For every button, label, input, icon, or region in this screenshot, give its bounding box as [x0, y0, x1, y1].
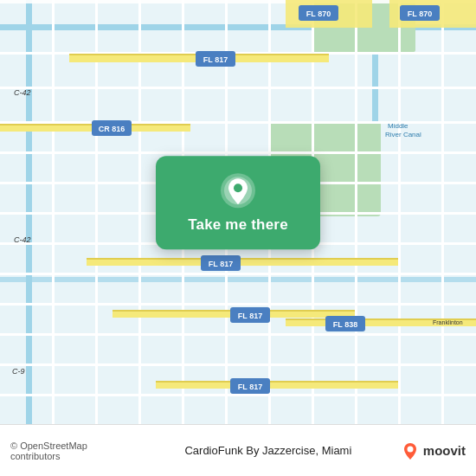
svg-text:CR 816: CR 816 — [99, 125, 125, 133]
svg-rect-4 — [0, 277, 476, 282]
moovit-logo: moovit — [401, 441, 466, 460]
svg-text:FL 817: FL 817 — [209, 260, 233, 268]
svg-rect-15 — [0, 273, 476, 275]
svg-text:Franklinton: Franklinton — [433, 319, 463, 325]
svg-point-69 — [407, 446, 413, 452]
svg-rect-41 — [156, 381, 398, 383]
svg-text:River Canal: River Canal — [385, 131, 421, 138]
svg-rect-21 — [95, 0, 98, 424]
svg-rect-17 — [0, 333, 476, 336]
moovit-label: moovit — [423, 443, 466, 458]
map: FL 870 FL 870 FL 817 CR 816 C-42 C-42 C-… — [0, 0, 476, 424]
svg-rect-18 — [0, 363, 476, 366]
svg-rect-29 — [441, 0, 444, 424]
svg-rect-27 — [355, 0, 357, 424]
take-me-there-button[interactable]: Take me there — [188, 216, 288, 234]
pin-icon — [219, 171, 257, 209]
location-card[interactable]: Take me there — [156, 156, 320, 249]
svg-point-68 — [234, 183, 242, 192]
moovit-pin-icon — [401, 441, 420, 460]
svg-rect-16 — [0, 303, 476, 306]
svg-rect-28 — [398, 0, 401, 424]
svg-text:FL 817: FL 817 — [238, 383, 262, 391]
svg-rect-20 — [52, 0, 55, 424]
svg-text:FL 870: FL 870 — [306, 10, 331, 18]
svg-text:C-42: C-42 — [14, 235, 31, 244]
svg-text:Middle: Middle — [388, 122, 408, 130]
svg-rect-35 — [87, 258, 398, 260]
bottom-bar: © OpenStreetMap contributors CardioFunk … — [0, 424, 476, 476]
svg-rect-11 — [0, 151, 476, 154]
svg-rect-22 — [138, 0, 141, 424]
svg-text:FL 817: FL 817 — [203, 55, 228, 64]
svg-text:FL 870: FL 870 — [408, 10, 432, 18]
copyright-text: © OpenStreetMap contributors — [10, 441, 136, 461]
location-title: CardioFunk By Jazzercise, Miami — [143, 444, 394, 457]
svg-text:FL 838: FL 838 — [333, 320, 357, 329]
svg-text:FL 817: FL 817 — [238, 312, 262, 320]
svg-text:C-9: C-9 — [12, 367, 25, 376]
svg-rect-19 — [0, 394, 476, 396]
svg-rect-9 — [0, 87, 476, 89]
svg-text:C-42: C-42 — [14, 88, 31, 97]
